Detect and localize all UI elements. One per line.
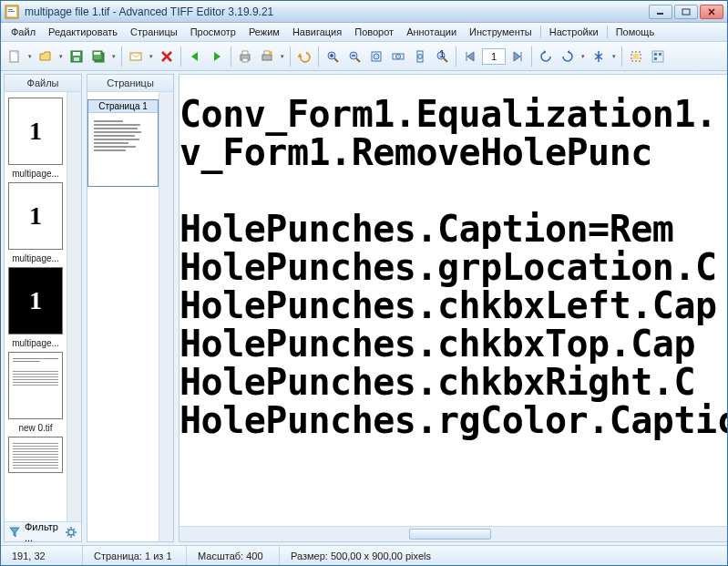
- menu-nav[interactable]: Навигация: [286, 25, 348, 39]
- file-thumb[interactable]: [8, 352, 63, 419]
- pages-scrollbar[interactable]: [159, 92, 173, 541]
- toolbar-sep: [318, 46, 319, 67]
- menu-settings[interactable]: Настройки: [543, 25, 605, 39]
- gear-icon[interactable]: [65, 526, 77, 539]
- file-label: multipage...: [8, 169, 63, 179]
- rotate-left-button[interactable]: [536, 46, 556, 67]
- viewer-panel: Conv_Form1.Equalization1. v_Form1.Remove…: [179, 74, 727, 542]
- status-size: Размер: 500,00 x 900,00 pixels: [280, 546, 727, 565]
- menubar: Файл Редактировать Страницы Просмотр Реж…: [1, 23, 727, 42]
- next-button[interactable]: [207, 46, 227, 67]
- dropdown-icon[interactable]: ▾: [610, 53, 618, 60]
- svg-rect-16: [242, 58, 248, 62]
- file-thumb[interactable]: [8, 437, 63, 473]
- svg-rect-32: [652, 51, 663, 62]
- filter-icon[interactable]: [8, 526, 21, 539]
- rotate-right-button[interactable]: [558, 46, 578, 67]
- saveall-button[interactable]: [88, 46, 108, 67]
- status-zoom: Масштаб: 400: [187, 546, 280, 565]
- file-label: multipage...: [8, 253, 63, 263]
- pages-body: Страница 1: [87, 92, 173, 541]
- svg-rect-15: [242, 51, 248, 55]
- toolbar-sep: [531, 46, 532, 67]
- files-header: Файлы: [5, 75, 81, 92]
- delete-button[interactable]: [157, 46, 177, 67]
- page-thumb[interactable]: Страница 1: [87, 99, 159, 187]
- menu-sep: [607, 26, 608, 38]
- new-button[interactable]: [5, 46, 25, 67]
- crop-button[interactable]: [626, 46, 646, 67]
- menu-file[interactable]: Файл: [5, 25, 42, 39]
- file-thumbs: 1 multipage... 1 multipage... 1 multipag…: [5, 92, 67, 521]
- menu-view[interactable]: Просмотр: [184, 25, 242, 39]
- file-thumb[interactable]: 1: [8, 267, 63, 334]
- svg-point-27: [418, 54, 423, 58]
- svg-rect-3: [8, 11, 15, 12]
- document-text: Conv_Form1.Equalization1. v_Form1.Remove…: [179, 75, 727, 526]
- svg-rect-33: [654, 53, 657, 56]
- open-button[interactable]: [36, 46, 56, 67]
- dropdown-icon[interactable]: ▾: [579, 53, 587, 60]
- toolbar: ▾ ▾ ▾ ▾ ▾ 1 ▾ ▾: [1, 42, 727, 71]
- dropdown-icon[interactable]: ▾: [279, 53, 286, 60]
- zoom-fit-button[interactable]: [366, 46, 386, 67]
- menu-help[interactable]: Помощь: [610, 25, 661, 39]
- zoom-actual-button[interactable]: 1: [432, 46, 452, 67]
- menu-edit[interactable]: Редактировать: [42, 25, 124, 39]
- page-thumb-label: Страница 1: [88, 100, 158, 113]
- settings-button[interactable]: [648, 46, 668, 67]
- nav-last-button[interactable]: [508, 46, 528, 67]
- minimize-button[interactable]: [649, 5, 672, 19]
- menu-mode[interactable]: Режим: [242, 25, 286, 39]
- zoom-width-button[interactable]: [388, 46, 408, 67]
- toolbar-sep: [231, 46, 231, 67]
- zoom-in-button[interactable]: [323, 46, 343, 67]
- dropdown-icon[interactable]: ▾: [110, 53, 118, 60]
- pages-panel: Страницы Страница 1: [87, 74, 174, 542]
- menu-rotate[interactable]: Поворот: [348, 25, 400, 39]
- app-window: multipage file 1.tif - Advanced TIFF Edi…: [0, 0, 728, 566]
- window-buttons: [649, 5, 723, 19]
- file-thumb[interactable]: 1: [8, 182, 63, 250]
- filter-label[interactable]: Фильтр ...: [25, 521, 61, 543]
- page-thumb-body: [88, 113, 158, 186]
- svg-rect-12: [94, 52, 100, 55]
- svg-rect-8: [73, 52, 80, 56]
- zoom-out-button[interactable]: [344, 46, 364, 67]
- svg-rect-9: [74, 57, 79, 61]
- page-input[interactable]: [482, 48, 506, 65]
- document-canvas[interactable]: Conv_Form1.Equalization1. v_Form1.Remove…: [179, 75, 727, 526]
- maximize-button[interactable]: [674, 5, 698, 19]
- file-thumb[interactable]: 1: [8, 98, 63, 165]
- dropdown-icon[interactable]: ▾: [26, 53, 34, 60]
- horizontal-scrollbar[interactable]: [179, 526, 727, 541]
- print2-button[interactable]: [257, 46, 277, 67]
- menu-tools[interactable]: Инструменты: [463, 25, 538, 39]
- zoom-height-button[interactable]: [410, 46, 430, 67]
- close-button[interactable]: [700, 5, 723, 19]
- menu-pages[interactable]: Страницы: [124, 25, 184, 39]
- save-button[interactable]: [67, 46, 87, 67]
- flip-button[interactable]: [589, 46, 609, 67]
- nav-first-button[interactable]: [460, 46, 480, 67]
- menu-annot[interactable]: Аннотации: [400, 25, 463, 39]
- status-coords: 191, 32: [1, 546, 83, 565]
- print-button[interactable]: [235, 46, 255, 67]
- scroll-thumb[interactable]: [409, 529, 491, 540]
- app-icon: [5, 5, 19, 19]
- files-scrollbar[interactable]: [67, 92, 81, 521]
- window-title: multipage file 1.tif - Advanced TIFF Edi…: [25, 5, 273, 18]
- page-thumbs: Страница 1: [87, 92, 159, 541]
- dropdown-icon[interactable]: ▾: [57, 53, 65, 60]
- file-label: multipage...: [8, 338, 63, 348]
- svg-rect-35: [654, 57, 657, 60]
- menu-sep: [540, 26, 541, 38]
- svg-point-23: [374, 54, 379, 59]
- toolbar-sep: [121, 46, 122, 67]
- svg-point-25: [396, 54, 401, 58]
- svg-rect-31: [633, 54, 639, 59]
- mail-button[interactable]: [126, 46, 146, 67]
- prev-button[interactable]: [185, 46, 205, 67]
- undo-button[interactable]: [294, 46, 314, 67]
- dropdown-icon[interactable]: ▾: [148, 53, 155, 60]
